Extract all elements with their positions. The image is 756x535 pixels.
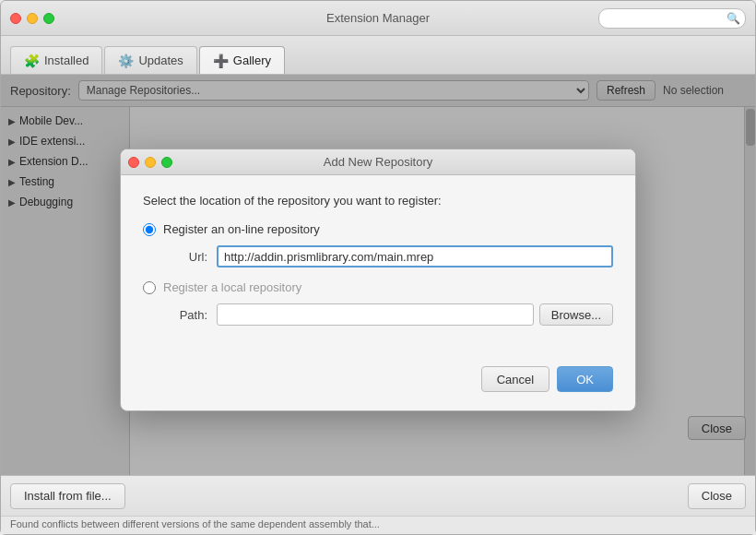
bottom-bar: Install from file... Close [1,475,755,516]
tab-installed[interactable]: 🧩 Installed [10,46,102,74]
title-bar: Extension Manager 🔍 [1,1,755,36]
gallery-icon: ➕ [213,54,229,68]
modal-traffic-lights [128,157,172,168]
online-radio-label[interactable]: Register an on-line repository [163,222,320,236]
main-window: Extension Manager 🔍 🧩 Installed ⚙️ Updat… [0,0,756,535]
url-field-row: Url: [143,245,613,268]
modal-dialog: Add New Repository Select the location o… [120,149,636,411]
tab-gallery-label: Gallery [233,54,271,67]
close-button[interactable]: Close [688,483,746,509]
tab-updates[interactable]: ⚙️ Updates [104,46,196,74]
online-radio[interactable] [143,223,156,236]
modal-overlay: Add New Repository Select the location o… [1,75,755,475]
local-radio[interactable] [143,281,156,294]
modal-close-light[interactable] [128,157,139,168]
path-field-row: Path: Browse... [143,303,613,326]
online-radio-row: Register an on-line repository [143,222,613,236]
browse-button[interactable]: Browse... [539,303,613,326]
status-text: Found conflicts between different versio… [1,516,755,534]
modal-instruction: Select the location of the repository yo… [143,194,613,208]
path-label: Path: [161,308,207,322]
modal-minimize-light[interactable] [145,157,156,168]
window-title: Extension Manager [326,11,430,25]
toolbar: 🧩 Installed ⚙️ Updates ➕ Gallery [1,36,755,75]
content-area: Repository: Manage Repositories... Refre… [1,75,755,475]
updates-icon: ⚙️ [118,54,134,68]
url-label: Url: [161,250,207,264]
tab-installed-label: Installed [44,54,89,67]
modal-title: Add New Repository [324,155,433,169]
url-input[interactable] [217,245,613,268]
local-radio-label[interactable]: Register a local repository [163,280,301,294]
search-input[interactable] [598,8,746,29]
maximize-traffic-light[interactable] [43,13,54,24]
modal-footer: Cancel OK [121,357,635,410]
tab-updates-label: Updates [138,54,183,67]
traffic-lights [10,13,54,24]
ok-button[interactable]: OK [557,366,613,392]
tab-gallery[interactable]: ➕ Gallery [199,46,285,74]
minimize-traffic-light[interactable] [27,13,38,24]
modal-titlebar: Add New Repository [121,149,635,175]
path-input[interactable] [217,303,534,326]
install-from-file-button[interactable]: Install from file... [10,483,125,509]
modal-maximize-light[interactable] [161,157,172,168]
title-search-area: 🔍 [598,8,746,29]
local-radio-row: Register a local repository [143,280,613,294]
search-icon: 🔍 [726,12,740,25]
cancel-button[interactable]: Cancel [481,366,549,392]
close-traffic-light[interactable] [10,13,21,24]
installed-icon: 🧩 [24,54,40,68]
modal-body: Select the location of the repository yo… [121,175,635,357]
